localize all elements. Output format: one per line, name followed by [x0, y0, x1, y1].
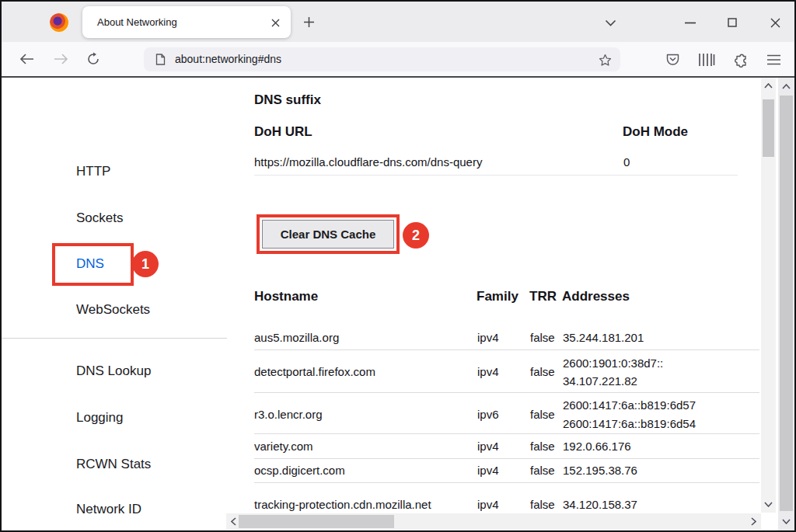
doh-row-divider: [254, 175, 738, 176]
tab-list-chevron-icon[interactable]: [602, 17, 619, 28]
table-row-trr: false: [530, 408, 555, 421]
scrollbar-thumb[interactable]: [763, 99, 774, 157]
table-row-family: ipv4: [477, 331, 499, 344]
table-row-hostname: ocsp.digicert.com: [254, 464, 345, 477]
close-icon[interactable]: [766, 14, 784, 31]
table-row-family: ipv4: [477, 464, 499, 477]
sidebar-divider: [2, 338, 227, 339]
table-row-family: ipv4: [477, 365, 499, 378]
scroll-right-icon[interactable]: [748, 516, 759, 527]
tab-about-networking[interactable]: About Networking: [82, 6, 291, 38]
content-vertical-scrollbar[interactable]: [761, 78, 776, 513]
sidebar-item-sockets[interactable]: Sockets: [76, 210, 123, 226]
col-header-trr: TRR: [529, 289, 557, 304]
navigation-toolbar: about:networking#dns: [2, 42, 794, 78]
sidebar-item-network-id[interactable]: Network ID: [76, 502, 141, 517]
sidebar-item-rcwn-stats[interactable]: RCWN Stats: [76, 457, 151, 472]
sidebar-item-logging[interactable]: Logging: [76, 410, 124, 426]
maximize-icon[interactable]: [724, 14, 741, 31]
col-header-family: Family: [477, 289, 518, 304]
doh-url-value: https://mozilla.cloudflare-dns.com/dns-q…: [254, 155, 482, 169]
table-row-address: 35.244.181.201: [563, 331, 644, 344]
reload-icon[interactable]: [84, 50, 103, 68]
table-row-hostname: detectportal.firefox.com: [254, 365, 375, 378]
firefox-logo-icon: [50, 13, 68, 32]
table-row-hostname: tracking-protection.cdn.mozilla.net: [254, 498, 431, 511]
scroll-down-icon[interactable]: [763, 499, 774, 510]
table-row-address: 152.195.38.76: [563, 464, 637, 477]
tab-bar: About Networking: [2, 2, 794, 42]
table-row-address: 34.107.221.82: [563, 374, 637, 388]
scroll-left-icon[interactable]: [228, 516, 239, 527]
doh-url-heading: DoH URL: [254, 124, 312, 140]
table-row-hostname: r3.o.lencr.org: [254, 408, 323, 421]
col-header-hostname: Hostname: [254, 289, 318, 304]
table-row-address: 2600:1901:0:38d7::: [563, 356, 663, 370]
table-row-address: 192.0.66.176: [563, 440, 631, 453]
col-header-addresses: Addresses: [562, 289, 630, 304]
table-row-trr: false: [530, 331, 555, 344]
library-icon[interactable]: [696, 51, 717, 68]
table-row-trr: false: [530, 464, 555, 477]
new-tab-icon[interactable]: [302, 15, 316, 29]
tab-title: About Networking: [97, 6, 177, 38]
table-row-hostname: aus5.mozilla.org: [254, 331, 339, 344]
pocket-icon[interactable]: [663, 51, 682, 68]
table-row-address: 2600:1417:6a::b819:6d54: [563, 417, 696, 430]
table-row-address: 2600:1417:6a::b819:6d57: [563, 398, 696, 412]
row-divider: [254, 349, 759, 350]
browser-window: About Networking: [0, 0, 796, 532]
table-row-family: ipv4: [477, 498, 499, 511]
annotation-badge-1: 1: [132, 251, 159, 277]
menu-icon[interactable]: [764, 51, 783, 68]
table-row-family: ipv6: [477, 408, 499, 421]
back-icon[interactable]: [17, 50, 36, 68]
scrollbar-thumb[interactable]: [780, 96, 793, 511]
extensions-icon[interactable]: [731, 51, 750, 68]
table-row-hostname: variety.com: [254, 440, 313, 453]
annotation-badge-2: 2: [403, 222, 429, 249]
url-bar[interactable]: about:networking#dns: [144, 47, 620, 71]
window-vertical-scrollbar[interactable]: [778, 78, 794, 530]
doh-mode-heading: DoH Mode: [623, 124, 688, 140]
table-row-address: 34.120.158.37: [563, 498, 637, 511]
table-row-trr: false: [530, 365, 555, 378]
bookmark-star-icon[interactable]: [597, 52, 613, 68]
scroll-down-icon[interactable]: [780, 516, 792, 527]
row-divider: [254, 433, 759, 434]
scroll-up-icon[interactable]: [763, 80, 774, 92]
annotation-rect-dns: [52, 243, 134, 286]
table-row-family: ipv4: [477, 440, 499, 453]
table-row-trr: false: [530, 440, 555, 453]
row-divider: [254, 458, 759, 459]
tab-close-icon[interactable]: [269, 16, 281, 29]
sidebar-item-websockets[interactable]: WebSockets: [76, 302, 150, 318]
dns-suffix-heading: DNS suffix: [254, 92, 321, 108]
forward-icon[interactable]: [51, 50, 70, 68]
table-row-trr: false: [530, 498, 555, 511]
sidebar-item-dns-lookup[interactable]: DNS Lookup: [76, 363, 151, 379]
doh-mode-value: 0: [623, 155, 630, 169]
minimize-icon[interactable]: [681, 17, 700, 28]
row-divider: [254, 392, 759, 393]
sidebar-item-http[interactable]: HTTP: [76, 164, 110, 179]
url-text: about:networking#dns: [175, 47, 281, 71]
content-horizontal-scrollbar[interactable]: [226, 513, 761, 530]
row-divider: [254, 482, 759, 483]
clear-dns-cache-button[interactable]: Clear DNS Cache: [262, 220, 394, 249]
scroll-up-icon[interactable]: [780, 81, 792, 92]
scrollbar-thumb[interactable]: [239, 515, 394, 528]
page-icon: [154, 53, 166, 66]
